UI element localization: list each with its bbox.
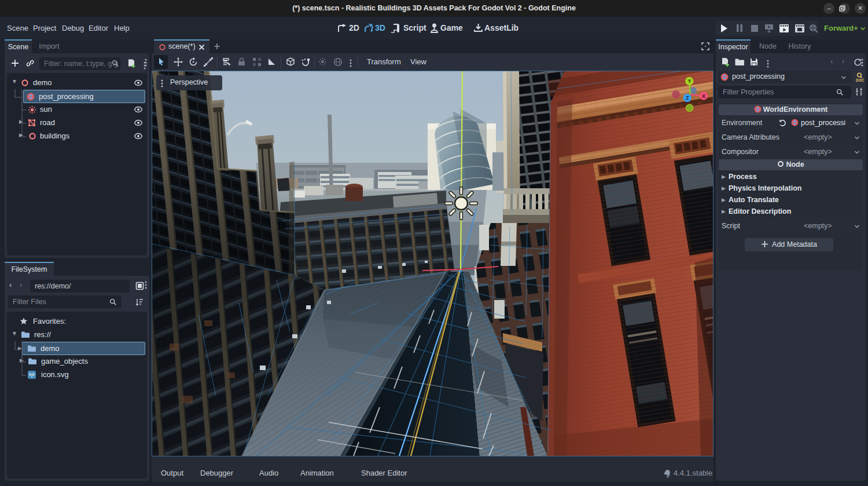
svg-text:Z: Z xyxy=(686,94,689,101)
svg-text:Y: Y xyxy=(687,78,692,84)
svg-text:DOC: DOC xyxy=(856,78,864,82)
svg-text:X: X xyxy=(702,93,706,99)
